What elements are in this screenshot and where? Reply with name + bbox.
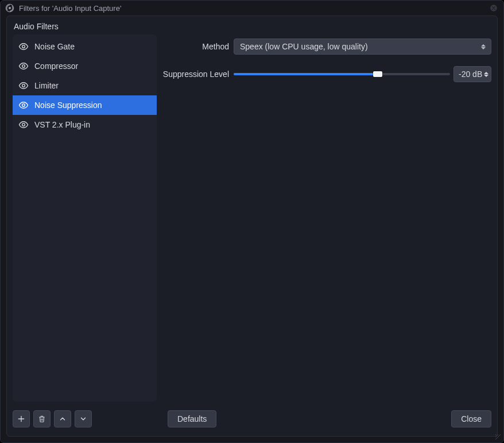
svg-point-3 (22, 45, 25, 48)
titlebar: Filters for 'Audio Input Capture' (1, 1, 503, 16)
filter-item[interactable]: VST 2.x Plug-in (13, 115, 157, 134)
section-title: Audio Filters (14, 22, 491, 31)
eye-icon (18, 80, 29, 91)
filter-list: Noise GateCompressorLimiterNoise Suppres… (13, 34, 157, 402)
suppression-row: Suppression Level -20 dB (162, 64, 491, 84)
filter-item[interactable]: Compressor (13, 56, 157, 76)
footer: Defaults Close (13, 407, 491, 430)
filter-item-label: VST 2.x Plug-in (34, 120, 90, 129)
method-label: Method (162, 42, 234, 51)
visibility-toggle[interactable] (18, 80, 29, 91)
method-select[interactable]: Speex (low CPU usage, low quality) (234, 38, 491, 55)
suppression-slider[interactable] (234, 73, 450, 75)
svg-point-4 (22, 65, 25, 68)
visibility-toggle[interactable] (18, 61, 29, 71)
close-icon (490, 4, 498, 12)
plus-icon (17, 415, 25, 423)
eye-icon (18, 120, 29, 130)
window-title: Filters for 'Audio Input Capture' (19, 4, 489, 13)
filter-item-label: Limiter (34, 81, 59, 90)
filter-item-label: Compressor (34, 61, 78, 71)
chevron-up-icon (59, 415, 67, 423)
defaults-button[interactable]: Defaults (168, 410, 216, 427)
filter-list-toolbar (13, 410, 92, 427)
add-filter-button[interactable] (13, 410, 30, 427)
move-filter-down-button[interactable] (75, 410, 92, 427)
filters-dialog: Filters for 'Audio Input Capture' Audio … (0, 0, 504, 443)
close-button-label: Close (461, 414, 482, 423)
defaults-button-label: Defaults (177, 414, 207, 423)
obs-logo-icon (5, 3, 14, 13)
visibility-toggle[interactable] (18, 41, 29, 52)
content-area: Audio Filters Noise GateCompressorLimite… (6, 16, 498, 437)
filter-item[interactable]: Noise Gate (13, 37, 157, 56)
eye-icon (18, 41, 29, 52)
svg-point-5 (22, 84, 25, 87)
resize-grip[interactable] (495, 434, 501, 440)
svg-point-1 (9, 7, 11, 9)
spin-stepper-icon (484, 72, 489, 77)
close-button[interactable]: Close (451, 410, 491, 427)
suppression-label: Suppression Level (162, 70, 234, 79)
filter-item[interactable]: Noise Suppression (13, 95, 157, 115)
filter-item[interactable]: Limiter (13, 76, 157, 95)
body-row: Noise GateCompressorLimiterNoise Suppres… (13, 34, 491, 402)
window-close-button[interactable] (489, 3, 499, 13)
filter-settings: Method Speex (low CPU usage, low quality… (162, 34, 491, 402)
filter-item-label: Noise Gate (34, 42, 75, 51)
visibility-toggle[interactable] (18, 100, 29, 110)
suppression-spinbox-value: -20 dB (459, 70, 482, 79)
svg-point-6 (22, 104, 25, 107)
select-stepper-icon (478, 39, 489, 54)
suppression-spinbox[interactable]: -20 dB (453, 66, 491, 82)
svg-point-7 (22, 124, 25, 126)
method-select-value: Speex (low CPU usage, low quality) (240, 42, 368, 51)
filter-item-label: Noise Suppression (34, 101, 102, 110)
eye-icon (18, 61, 29, 71)
slider-thumb[interactable] (373, 71, 382, 77)
eye-icon (18, 100, 29, 110)
move-filter-up-button[interactable] (54, 410, 71, 427)
method-row: Method Speex (low CPU usage, low quality… (162, 37, 491, 56)
slider-fill (234, 73, 378, 75)
remove-filter-button[interactable] (33, 410, 51, 427)
trash-icon (38, 415, 46, 423)
visibility-toggle[interactable] (18, 120, 29, 130)
chevron-down-icon (79, 415, 87, 423)
